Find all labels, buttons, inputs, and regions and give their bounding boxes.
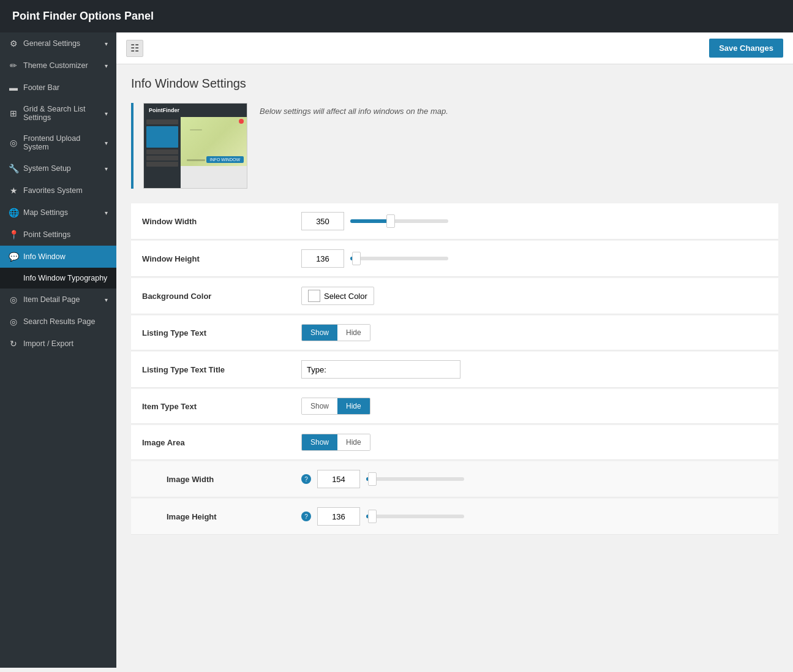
sidebar-item-general-settings[interactable]: ⚙General Settings▾: [0, 32, 116, 55]
setting-control-window-width: [301, 212, 767, 230]
sidebar-item-grid-search[interactable]: ⊞Grid & Search List Settings▾: [0, 99, 116, 128]
sidebar-item-theme-customizer[interactable]: ✏Theme Customizer▾: [0, 55, 116, 77]
setting-row-window-height: Window Height: [131, 241, 778, 277]
window-width-input[interactable]: [301, 212, 344, 230]
setting-row-window-width: Window Width: [131, 203, 778, 240]
sidebar-item-label-search-results: Search Results Page: [23, 317, 108, 326]
setting-label-listing-type-text-title: Listing Type Text Title: [142, 365, 301, 374]
image-height-input[interactable]: [317, 507, 360, 526]
image-width-input[interactable]: [317, 470, 360, 488]
setting-row-image-height: Image Height?: [131, 499, 778, 535]
image-height-help-icon[interactable]: ?: [301, 512, 311, 521]
image-height-slider[interactable]: [366, 515, 464, 518]
image-area-hide-button[interactable]: Hide: [337, 434, 370, 450]
window-width-slider[interactable]: [350, 219, 448, 223]
sidebar-item-item-detail[interactable]: ◎Item Detail Page▾: [0, 289, 116, 311]
setting-label-item-type-text: Item Type Text: [142, 402, 301, 411]
save-button[interactable]: Save Changes: [709, 39, 783, 58]
setting-label-bg-color: Background Color: [142, 292, 301, 301]
setting-label-window-width: Window Width: [142, 217, 301, 226]
setting-label-image-height: Image Height: [142, 512, 301, 521]
setting-control-listing-type-text: ShowHide: [301, 324, 767, 341]
grid-icon[interactable]: ☷: [126, 40, 143, 57]
sidebar-item-label-system-setup: System Setup: [23, 164, 100, 173]
window-width-thumb[interactable]: [386, 214, 395, 228]
preview-bar: PointFinder: [144, 104, 247, 117]
setting-label-image-width: Image Width: [142, 475, 301, 484]
app-title: Point Finder Options Panel: [12, 10, 154, 22]
setting-label-window-height: Window Height: [142, 254, 301, 263]
theme-customizer-icon: ✏: [9, 61, 18, 70]
import-export-icon: ↻: [9, 339, 18, 349]
sidebar-item-search-results[interactable]: ◎Search Results Page: [0, 311, 116, 333]
listing-type-text-title-text-input[interactable]: [301, 360, 460, 379]
frontend-upload-icon: ◎: [9, 138, 18, 148]
general-settings-icon: ⚙: [9, 39, 18, 48]
setting-label-image-area: Image Area: [142, 438, 301, 447]
sidebar-item-info-window-typography[interactable]: Info Window Typography: [0, 268, 116, 289]
grid-search-arrow-icon: ▾: [105, 110, 108, 117]
preview-info-overlay: INFO WINDOW: [206, 156, 244, 163]
sidebar-item-system-setup[interactable]: 🔧System Setup▾: [0, 157, 116, 179]
map-settings-icon: 🌐: [9, 208, 18, 217]
sidebar-item-label-frontend-upload: Frontend Upload System: [23, 134, 100, 151]
point-settings-icon: 📍: [9, 230, 18, 240]
listing-type-text-show-button[interactable]: Show: [302, 325, 337, 341]
sidebar-item-label-favorites: Favorites System: [23, 186, 108, 195]
theme-customizer-arrow-icon: ▾: [105, 62, 108, 69]
sidebar-item-frontend-upload[interactable]: ◎Frontend Upload System▾: [0, 128, 116, 157]
sidebar-item-label-item-detail: Item Detail Page: [23, 295, 100, 304]
image-height-thumb[interactable]: [368, 510, 377, 523]
sidebar-item-map-settings[interactable]: 🌐Map Settings▾: [0, 202, 116, 224]
search-results-icon: ◎: [9, 317, 18, 327]
footer-bar-icon: ▬: [9, 83, 18, 92]
sidebar-item-label-map-settings: Map Settings: [23, 208, 100, 217]
app-header: Point Finder Options Panel: [0, 0, 793, 32]
setting-row-listing-type-text: Listing Type TextShowHide: [131, 315, 778, 350]
listing-type-text-hide-button[interactable]: Hide: [337, 325, 370, 341]
image-width-slider[interactable]: [366, 477, 464, 481]
frontend-upload-arrow-icon: ▾: [105, 140, 108, 146]
grid-search-icon: ⊞: [9, 108, 18, 118]
window-width-slider-track[interactable]: [350, 219, 448, 223]
setting-row-image-width: Image Width?: [131, 461, 778, 497]
window-height-thumb[interactable]: [352, 252, 361, 265]
bg-color-swatch: [308, 290, 320, 302]
setting-row-listing-type-text-title: Listing Type Text Title: [131, 352, 778, 388]
sidebar-item-info-window[interactable]: 💬Info Window: [0, 246, 116, 268]
setting-control-image-area: ShowHide: [301, 434, 767, 451]
image-width-help-icon[interactable]: ?: [301, 474, 311, 484]
page-title: Info Window Settings: [131, 77, 778, 91]
sidebar-item-footer-bar[interactable]: ▬Footer Bar: [0, 77, 116, 99]
favorites-icon: ★: [9, 186, 18, 195]
setting-control-item-type-text: ShowHide: [301, 398, 767, 415]
sidebar-item-favorites[interactable]: ★Favorites System: [0, 179, 116, 202]
sidebar-item-label-footer-bar: Footer Bar: [23, 83, 108, 92]
sidebar-item-import-export[interactable]: ↻Import / Export: [0, 333, 116, 355]
bg-color-color-button[interactable]: Select Color: [301, 287, 374, 305]
window-height-input[interactable]: [301, 249, 344, 268]
sidebar-item-label-point-settings: Point Settings: [23, 230, 108, 239]
item-type-text-hide-button[interactable]: Hide: [337, 398, 370, 414]
toolbar: ☷ Save Changes: [116, 32, 793, 64]
setting-row-item-type-text: Item Type TextShowHide: [131, 389, 778, 424]
setting-control-image-height: ?: [301, 507, 767, 526]
item-type-text-show-button[interactable]: Show: [302, 398, 337, 414]
system-setup-arrow-icon: ▾: [105, 165, 108, 172]
content-area: Info Window Settings PointFinder: [116, 64, 793, 548]
sidebar-item-label-grid-search: Grid & Search List Settings: [23, 105, 100, 122]
sidebar-item-label-import-export: Import / Export: [23, 339, 108, 348]
image-width-thumb[interactable]: [368, 472, 377, 486]
image-area-toggle-group: ShowHide: [301, 434, 370, 451]
info-section: PointFinder INFO WINDOW: [131, 103, 778, 189]
image-height-slider-track[interactable]: [366, 515, 464, 518]
item-detail-icon: ◎: [9, 295, 18, 304]
sidebar-item-point-settings[interactable]: 📍Point Settings: [0, 224, 116, 246]
image-width-slider-track[interactable]: [366, 477, 464, 481]
setting-control-window-height: [301, 249, 767, 268]
sidebar-item-label-info-window-typography: Info Window Typography: [23, 274, 108, 282]
setting-row-image-area: Image AreaShowHide: [131, 425, 778, 460]
image-area-show-button[interactable]: Show: [302, 434, 337, 450]
window-height-slider[interactable]: [350, 257, 448, 260]
window-height-slider-track[interactable]: [350, 257, 448, 260]
